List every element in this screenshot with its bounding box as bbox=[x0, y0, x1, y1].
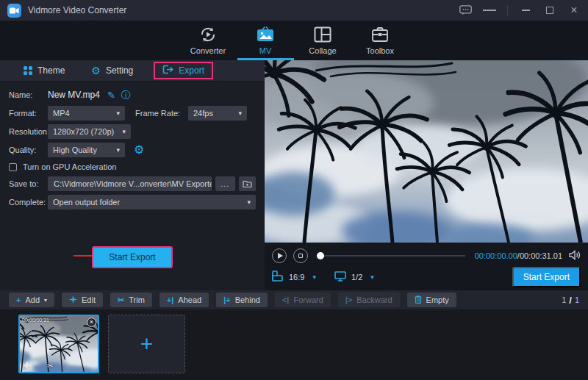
counter-current: 1 bbox=[562, 295, 566, 304]
gpu-label: Turn on GPU Acceleration bbox=[23, 162, 116, 171]
nav-item-toolbox[interactable]: Toolbox bbox=[356, 21, 404, 60]
move-backward-icon: |> bbox=[345, 296, 353, 304]
theme-icon bbox=[24, 66, 32, 75]
complete-dropdown[interactable]: Open output folder ▾ bbox=[48, 195, 256, 209]
name-row: Name: New MV.mp4 ✎ ⓘ bbox=[9, 87, 256, 102]
preview-panel: 00:00:00.00/00:00:31.01 16:9 ▾ 1/2 ▾ bbox=[265, 60, 588, 290]
quality-label: Quality: bbox=[9, 146, 48, 154]
remove-clip-icon[interactable]: × bbox=[87, 318, 96, 327]
edit-button[interactable]: Edit bbox=[62, 293, 103, 307]
duration: /00:00:31.01 bbox=[517, 251, 562, 260]
tab-export[interactable]: Export bbox=[154, 62, 213, 79]
clip-timestamp: 00:00/00:31 bbox=[22, 318, 49, 323]
nav-label: Toolbox bbox=[366, 46, 394, 55]
add-button[interactable]: + Add ▾ bbox=[9, 293, 54, 307]
nav-item-converter[interactable]: Converter bbox=[184, 21, 232, 60]
video-frame bbox=[265, 60, 588, 243]
tab-label: Export bbox=[179, 65, 204, 76]
stop-button[interactable] bbox=[293, 248, 308, 263]
seek-slider[interactable] bbox=[318, 255, 465, 257]
move-forward-icon: <| bbox=[282, 296, 290, 304]
counter-total: 1 bbox=[575, 295, 579, 304]
tab-label: Theme bbox=[37, 65, 65, 76]
resolution-row: Resolution: 1280x720 (720p) ▾ bbox=[9, 124, 256, 139]
resolution-dropdown[interactable]: 1280x720 (720p) ▾ bbox=[48, 124, 131, 139]
nav-label: MV bbox=[259, 46, 272, 55]
browse-button[interactable]: ... bbox=[215, 176, 235, 191]
name-value: New MV.mp4 bbox=[48, 90, 100, 100]
complete-row: Complete: Open output folder ▾ bbox=[9, 195, 256, 209]
start-export-button-preview[interactable]: Start Export bbox=[512, 267, 581, 287]
seek-knob[interactable] bbox=[317, 252, 324, 259]
chevron-down-icon: ▾ bbox=[116, 146, 120, 154]
player-controls: 00:00:00.00/00:00:31.01 16:9 ▾ 1/2 ▾ bbox=[265, 243, 588, 290]
gear-icon: ⚙ bbox=[91, 65, 101, 76]
quality-value: High Quality bbox=[53, 146, 97, 154]
frame-rate-dropdown[interactable]: 24fps ▾ bbox=[188, 106, 247, 121]
feedback-icon[interactable] bbox=[459, 4, 472, 17]
plus-icon: + bbox=[140, 333, 154, 355]
button-label: Trim bbox=[129, 295, 145, 304]
screen-page-caret[interactable]: ▾ bbox=[370, 273, 374, 281]
clip-thumbnail[interactable]: 00:00/00:31 × ▷ ✂ bbox=[18, 315, 99, 373]
maximize-button[interactable] bbox=[543, 4, 556, 17]
aspect-ratio-value: 16:9 bbox=[289, 273, 304, 282]
empty-button[interactable]: Empty bbox=[407, 293, 456, 307]
save-path-field[interactable]: C:\Vidmore\Vidmore V...onverter\MV Expor… bbox=[48, 176, 212, 191]
video-preview[interactable] bbox=[265, 60, 588, 243]
clip-trim-icon[interactable]: ✂ bbox=[47, 362, 53, 370]
top-nav: Converter MV Collage Toolbox bbox=[0, 21, 588, 60]
collage-icon bbox=[314, 26, 331, 43]
nav-item-collage[interactable]: Collage bbox=[299, 21, 346, 60]
resolution-value: 1280x720 (720p) bbox=[53, 127, 114, 136]
start-export-button[interactable]: Start Export bbox=[92, 246, 172, 268]
close-button[interactable]: × bbox=[567, 4, 581, 17]
minimize-button[interactable] bbox=[519, 4, 532, 17]
export-panel: Theme ⚙ Setting Export Name: New MV.mp4 bbox=[0, 60, 265, 290]
open-folder-button[interactable] bbox=[239, 176, 256, 191]
clip-counter: 1 / 1 bbox=[562, 295, 579, 306]
quality-settings-icon[interactable]: ⚙ bbox=[134, 144, 144, 156]
plus-icon: + bbox=[16, 296, 21, 304]
tab-setting[interactable]: ⚙ Setting bbox=[85, 64, 139, 77]
name-label: Name: bbox=[9, 90, 48, 99]
menu-icon[interactable] bbox=[483, 4, 496, 17]
tab-label: Setting bbox=[106, 65, 133, 76]
info-icon[interactable]: ⓘ bbox=[121, 90, 131, 100]
resolution-label: Resolution: bbox=[9, 127, 48, 136]
format-label: Format: bbox=[9, 109, 48, 118]
app-logo-icon bbox=[7, 4, 21, 18]
gpu-row: Turn on GPU Acceleration bbox=[9, 161, 256, 173]
button-label: Edit bbox=[82, 295, 96, 304]
volume-icon[interactable] bbox=[569, 250, 581, 262]
save-to-label: Save to: bbox=[9, 179, 48, 188]
counter-separator: / bbox=[569, 295, 572, 306]
titlebar: Vidmore Video Converter × bbox=[0, 0, 588, 21]
titlebar-separator bbox=[507, 5, 508, 16]
button-label: Forward bbox=[293, 295, 323, 304]
aspect-ratio-icon bbox=[272, 270, 284, 284]
tab-theme[interactable]: Theme bbox=[18, 64, 71, 77]
wand-icon bbox=[69, 295, 77, 305]
behind-button[interactable]: |+ Behind bbox=[216, 293, 268, 307]
nav-label: Collage bbox=[309, 46, 336, 55]
add-clip-placeholder[interactable]: + bbox=[108, 315, 185, 373]
format-row: Format: MP4 ▾ Frame Rate: 24fps ▾ bbox=[9, 106, 256, 121]
nav-item-mv[interactable]: MV bbox=[242, 21, 289, 60]
app-title: Vidmore Video Converter bbox=[28, 5, 126, 15]
ahead-button[interactable]: +| Ahead bbox=[159, 293, 209, 307]
chevron-down-icon: ▾ bbox=[238, 110, 242, 117]
insert-ahead-icon: +| bbox=[167, 296, 174, 304]
gpu-checkbox[interactable] bbox=[9, 163, 17, 171]
play-button[interactable] bbox=[272, 248, 287, 263]
frame-rate-label: Frame Rate: bbox=[135, 109, 188, 118]
format-dropdown[interactable]: MP4 ▾ bbox=[48, 106, 125, 121]
forward-button[interactable]: <| Forward bbox=[275, 293, 331, 307]
aspect-ratio-caret[interactable]: ▾ bbox=[312, 273, 316, 281]
frame-rate-value: 24fps bbox=[193, 109, 213, 118]
save-to-row: Save to: C:\Vidmore\Vidmore V...onverter… bbox=[9, 176, 256, 191]
quality-dropdown[interactable]: High Quality ▾ bbox=[48, 143, 125, 157]
edit-name-icon[interactable]: ✎ bbox=[107, 90, 115, 100]
trim-button[interactable]: ✂ Trim bbox=[110, 293, 152, 307]
backward-button[interactable]: |> Backward bbox=[338, 293, 400, 307]
